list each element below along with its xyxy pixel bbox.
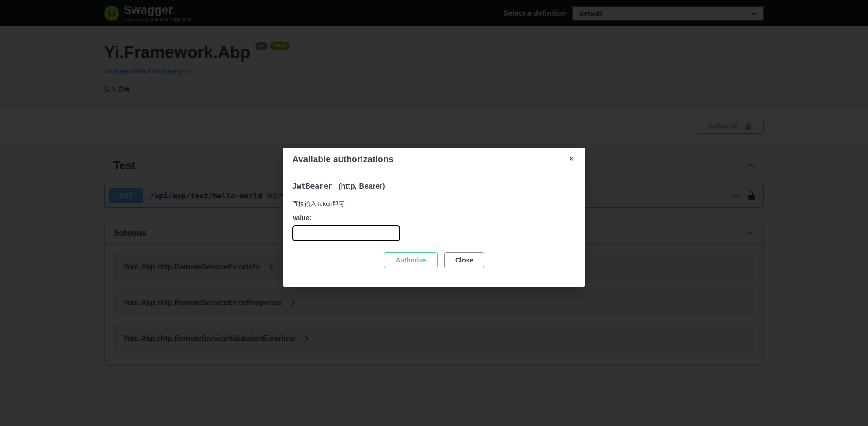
modal-close-action-button[interactable]: Close <box>444 252 484 268</box>
modal-header: Available authorizations <box>283 148 585 170</box>
close-icon <box>568 155 575 162</box>
value-label: Value: <box>292 214 576 222</box>
modal-body: JwtBearer (http, Bearer) 直接输入Token即可 Val… <box>283 170 585 287</box>
modal-authorize-button[interactable]: Authorize <box>384 252 438 268</box>
modal-actions: Authorize Close <box>292 252 576 268</box>
modal-close-button[interactable] <box>567 155 576 164</box>
scheme-type: (http, Bearer) <box>338 182 385 190</box>
scheme-description: 直接输入Token即可 <box>292 200 576 208</box>
token-value-input[interactable] <box>292 225 400 241</box>
authorizations-modal: Available authorizations JwtBearer (http… <box>283 148 585 287</box>
modal-title: Available authorizations <box>292 154 394 164</box>
auth-scheme-heading: JwtBearer (http, Bearer) <box>292 182 576 190</box>
scheme-name: JwtBearer <box>292 182 333 190</box>
